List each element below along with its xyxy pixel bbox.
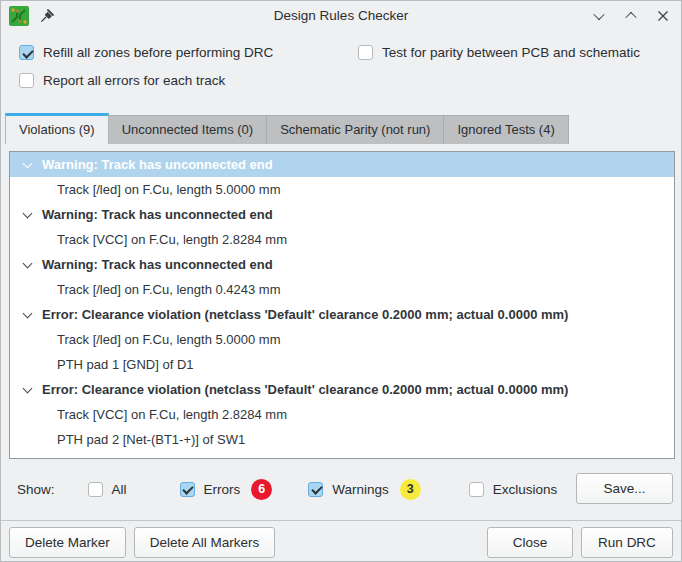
- exclusions-label: Exclusions: [493, 482, 558, 497]
- report-all-errors-checkbox[interactable]: [19, 73, 34, 88]
- violation-title: Warning: Track has unconnected end: [42, 157, 273, 172]
- warnings-label: Warnings: [332, 482, 389, 497]
- violation-detail: PTH pad 2 [Net-(BT1-+)] of SW1: [57, 432, 245, 447]
- violation-detail-row[interactable]: Track [/led] on F.Cu, length 0.4243 mm: [10, 277, 674, 302]
- violation-header-row[interactable]: Warning: Track has unconnected end: [10, 202, 674, 227]
- warnings-count-badge: 3: [400, 479, 421, 500]
- chevron-down-icon[interactable]: [23, 383, 33, 393]
- tab-bar: Violations (9) Unconnected Items (0) Sch…: [5, 113, 569, 144]
- delete-all-markers-button[interactable]: Delete All Markers: [134, 527, 276, 558]
- exclusions-checkbox[interactable]: [469, 482, 484, 497]
- violation-header-row[interactable]: Warning: Track has unconnected end: [10, 252, 674, 277]
- violation-detail-row[interactable]: Track [/led] on F.Cu, length 5.0000 mm: [10, 177, 674, 202]
- refill-zones-option[interactable]: Refill all zones before performing DRC: [19, 45, 273, 60]
- show-label: Show:: [17, 482, 55, 497]
- violations-list[interactable]: Warning: Track has unconnected end Track…: [9, 151, 675, 459]
- violation-title: Warning: Track has unconnected end: [42, 257, 273, 272]
- violation-detail: PTH pad 1 [GND] of D1: [57, 357, 194, 372]
- tab-ignored-tests[interactable]: Ignored Tests (4): [444, 115, 568, 144]
- bottom-separator: [1, 520, 681, 521]
- violation-detail-row[interactable]: Track [/led] on F.Cu, length 5.0000 mm: [10, 327, 674, 352]
- violation-header-row[interactable]: Error: Clearance violation (netclass 'De…: [10, 302, 674, 327]
- violation-detail: Track [VCC] on F.Cu, length 2.8284 mm: [57, 407, 287, 422]
- filter-all[interactable]: All: [88, 482, 127, 497]
- close-button[interactable]: Close: [487, 527, 573, 558]
- titlebar: Design Rules Checker: [1, 1, 681, 31]
- maximize-chevron-up-icon[interactable]: [623, 8, 639, 24]
- chevron-down-icon[interactable]: [23, 158, 33, 168]
- refill-zones-label: Refill all zones before performing DRC: [43, 45, 273, 60]
- errors-label: Errors: [204, 482, 241, 497]
- errors-count-badge: 6: [251, 479, 272, 500]
- errors-checkbox[interactable]: [180, 482, 195, 497]
- report-all-errors-option[interactable]: Report all errors for each track: [19, 73, 225, 88]
- all-checkbox[interactable]: [88, 482, 103, 497]
- close-icon[interactable]: [655, 8, 671, 24]
- violation-title: Error: Clearance violation (netclass 'De…: [42, 382, 568, 397]
- save-button[interactable]: Save...: [576, 473, 673, 504]
- violation-title: Error: Clearance violation (netclass 'De…: [42, 307, 568, 322]
- parity-test-label: Test for parity between PCB and schemati…: [382, 45, 640, 60]
- tab-schematic-parity[interactable]: Schematic Parity (not run): [267, 115, 444, 144]
- report-all-errors-label: Report all errors for each track: [43, 73, 225, 88]
- chevron-down-icon[interactable]: [23, 258, 33, 268]
- refill-zones-checkbox[interactable]: [19, 45, 34, 60]
- violation-detail: Track [/led] on F.Cu, length 5.0000 mm: [57, 332, 281, 347]
- chevron-down-icon[interactable]: [23, 308, 33, 318]
- all-label: All: [112, 482, 127, 497]
- violation-title: Warning: Track has unconnected end: [42, 207, 273, 222]
- violation-header-row[interactable]: Warning: Track has unconnected end: [10, 152, 674, 177]
- filter-warnings[interactable]: Warnings 3: [308, 479, 421, 500]
- violation-detail-row[interactable]: PTH pad 1 [GND] of D1: [10, 352, 674, 377]
- filter-exclusions[interactable]: Exclusions: [469, 482, 558, 497]
- violation-detail: Track [/led] on F.Cu, length 0.4243 mm: [57, 282, 281, 297]
- filter-errors[interactable]: Errors 6: [180, 479, 273, 500]
- filter-bar: Show: All Errors 6 Warnings 3 Exclusions: [17, 473, 557, 505]
- violation-detail: Track [/led] on F.Cu, length 5.0000 mm: [57, 182, 281, 197]
- violation-detail: Track [VCC] on F.Cu, length 2.8284 mm: [57, 232, 287, 247]
- parity-test-checkbox[interactable]: [358, 45, 373, 60]
- violation-header-row[interactable]: Error: Clearance violation (netclass 'De…: [10, 377, 674, 402]
- violation-detail-row[interactable]: Track [VCC] on F.Cu, length 2.8284 mm: [10, 227, 674, 252]
- violation-detail-row[interactable]: Track [VCC] on F.Cu, length 2.8284 mm: [10, 402, 674, 427]
- run-drc-button[interactable]: Run DRC: [581, 527, 673, 558]
- minimize-chevron-down-icon[interactable]: [591, 8, 607, 24]
- tab-unconnected-items[interactable]: Unconnected Items (0): [109, 115, 268, 144]
- parity-test-option[interactable]: Test for parity between PCB and schemati…: [358, 45, 640, 60]
- violation-title: Error: Clearance violation (netclass 'De…: [24, 457, 550, 459]
- warnings-checkbox[interactable]: [308, 482, 323, 497]
- delete-marker-button[interactable]: Delete Marker: [9, 527, 126, 558]
- violation-detail-row[interactable]: PTH pad 2 [Net-(BT1-+)] of SW1: [10, 427, 674, 452]
- tab-violations[interactable]: Violations (9): [5, 113, 109, 144]
- chevron-down-icon[interactable]: [23, 208, 33, 218]
- window-title: Design Rules Checker: [1, 1, 681, 31]
- drc-dialog: Design Rules Checker Refill all zones be…: [0, 0, 682, 562]
- violation-header-row-clipped[interactable]: Error: Clearance violation (netclass 'De…: [10, 452, 674, 459]
